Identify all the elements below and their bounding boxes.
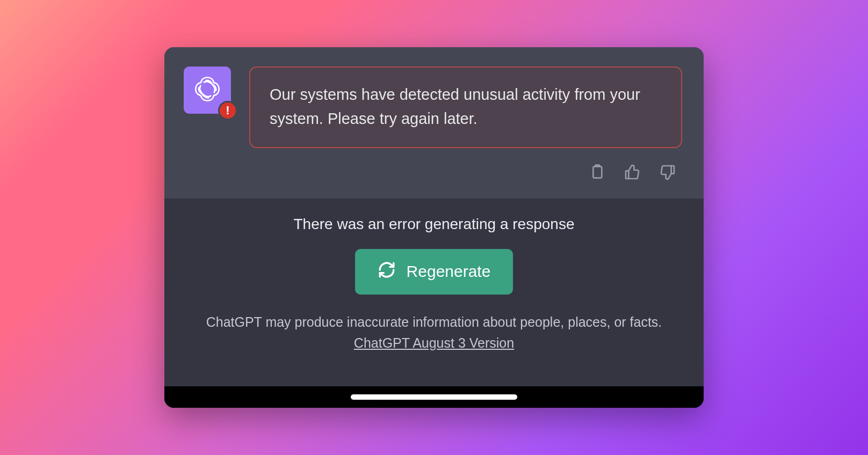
svg-rect-0 [593, 166, 602, 178]
feedback-row [184, 163, 682, 184]
openai-logo-icon [192, 74, 223, 107]
footer-area: There was an error generating a response… [164, 199, 704, 408]
refresh-icon [378, 261, 396, 283]
assistant-message-area: ! Our systems have detected unusual acti… [164, 47, 704, 199]
disclaimer-text: ChatGPT may produce inaccurate informati… [206, 314, 662, 329]
bottom-bar [164, 386, 704, 408]
disclaimer: ChatGPT may produce inaccurate informati… [206, 312, 662, 354]
error-badge-icon: ! [218, 101, 237, 120]
thumbs-up-button[interactable] [622, 163, 642, 184]
home-indicator[interactable] [351, 394, 517, 400]
error-status-text: There was an error generating a response [294, 216, 575, 233]
thumbs-up-icon [624, 164, 641, 183]
thumbs-down-button[interactable] [657, 163, 678, 184]
error-message-text: Our systems have detected unusual activi… [270, 86, 640, 127]
thumbs-down-icon [659, 164, 676, 183]
avatar-wrap: ! [184, 67, 231, 114]
app-window: ! Our systems have detected unusual acti… [164, 47, 704, 408]
clipboard-icon [588, 164, 605, 183]
message-row: ! Our systems have detected unusual acti… [184, 67, 682, 148]
regenerate-button[interactable]: Regenerate [355, 249, 513, 295]
regenerate-label: Regenerate [407, 262, 491, 281]
error-message-box: Our systems have detected unusual activi… [249, 67, 682, 148]
copy-button[interactable] [587, 163, 607, 184]
version-link[interactable]: ChatGPT August 3 Version [354, 335, 514, 350]
